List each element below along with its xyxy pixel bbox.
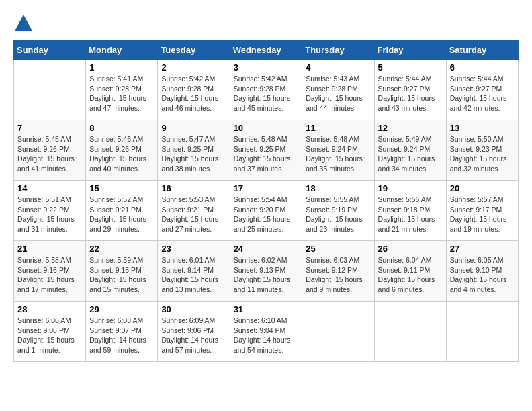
day-info: Sunrise: 6:09 AM Sunset: 9:06 PM Dayligh… — [161, 316, 226, 355]
day-number: 14 — [17, 183, 82, 193]
day-info: Sunrise: 6:04 AM Sunset: 9:11 PM Dayligh… — [378, 255, 443, 295]
day-number: 1 — [89, 62, 154, 73]
day-info: Sunrise: 5:54 AM Sunset: 9:20 PM Dayligh… — [234, 195, 299, 234]
day-info: Sunrise: 6:03 AM Sunset: 9:12 PM Dayligh… — [306, 255, 370, 295]
calendar-cell: 16Sunrise: 5:53 AM Sunset: 9:21 PM Dayli… — [158, 181, 230, 241]
day-number: 10 — [234, 123, 299, 133]
calendar-cell: 10Sunrise: 5:48 AM Sunset: 9:25 PM Dayli… — [230, 120, 302, 181]
day-number: 27 — [450, 244, 515, 254]
day-number: 20 — [450, 183, 515, 193]
header-saturday: Saturday — [446, 41, 518, 60]
day-info: Sunrise: 5:58 AM Sunset: 9:16 PM Dayligh… — [17, 255, 82, 295]
day-number: 21 — [17, 244, 82, 254]
day-number: 6 — [450, 62, 515, 73]
header-monday: Monday — [86, 41, 158, 60]
day-number: 26 — [378, 244, 443, 254]
calendar-cell: 7Sunrise: 5:45 AM Sunset: 9:26 PM Daylig… — [14, 120, 86, 181]
day-number: 15 — [89, 183, 154, 193]
header-tuesday: Tuesday — [158, 41, 230, 60]
calendar-cell: 5Sunrise: 5:44 AM Sunset: 9:27 PM Daylig… — [374, 60, 446, 120]
day-number: 5 — [378, 62, 443, 73]
header-sunday: Sunday — [14, 41, 86, 60]
day-info: Sunrise: 6:02 AM Sunset: 9:13 PM Dayligh… — [234, 255, 299, 295]
calendar-cell — [302, 302, 374, 362]
day-number: 7 — [17, 123, 82, 133]
calendar-cell: 22Sunrise: 5:59 AM Sunset: 9:15 PM Dayli… — [86, 241, 158, 302]
header-wednesday: Wednesday — [230, 41, 302, 60]
day-info: Sunrise: 5:47 AM Sunset: 9:25 PM Dayligh… — [161, 134, 226, 174]
calendar-cell: 14Sunrise: 5:51 AM Sunset: 9:22 PM Dayli… — [14, 181, 86, 241]
header-friday: Friday — [374, 41, 446, 60]
calendar-cell: 2Sunrise: 5:42 AM Sunset: 9:28 PM Daylig… — [158, 60, 230, 120]
day-info: Sunrise: 5:59 AM Sunset: 9:15 PM Dayligh… — [89, 255, 154, 295]
day-number: 17 — [234, 183, 299, 193]
day-number: 19 — [378, 183, 443, 193]
day-number: 4 — [306, 62, 370, 73]
day-info: Sunrise: 5:46 AM Sunset: 9:26 PM Dayligh… — [89, 134, 154, 174]
day-info: Sunrise: 5:52 AM Sunset: 9:21 PM Dayligh… — [89, 195, 154, 234]
day-info: Sunrise: 5:57 AM Sunset: 9:17 PM Dayligh… — [450, 195, 515, 234]
day-number: 16 — [161, 183, 226, 193]
day-info: Sunrise: 5:43 AM Sunset: 9:28 PM Dayligh… — [306, 74, 370, 113]
day-number: 11 — [306, 123, 370, 133]
day-info: Sunrise: 5:56 AM Sunset: 9:18 PM Dayligh… — [378, 195, 443, 234]
day-info: Sunrise: 6:10 AM Sunset: 9:04 PM Dayligh… — [234, 316, 299, 355]
calendar-cell — [374, 302, 446, 362]
calendar-cell: 12Sunrise: 5:49 AM Sunset: 9:24 PM Dayli… — [374, 120, 446, 181]
page-header — [13, 13, 519, 34]
calendar-cell: 30Sunrise: 6:09 AM Sunset: 9:06 PM Dayli… — [158, 302, 230, 362]
day-info: Sunrise: 5:44 AM Sunset: 9:27 PM Dayligh… — [450, 74, 515, 113]
calendar-cell: 9Sunrise: 5:47 AM Sunset: 9:25 PM Daylig… — [158, 120, 230, 181]
day-number: 13 — [450, 123, 515, 133]
day-number: 30 — [161, 304, 226, 314]
day-number: 25 — [306, 244, 370, 254]
logo — [13, 13, 36, 34]
day-info: Sunrise: 5:53 AM Sunset: 9:21 PM Dayligh… — [161, 195, 226, 234]
day-number: 23 — [161, 244, 226, 254]
day-number: 12 — [378, 123, 443, 133]
day-info: Sunrise: 5:42 AM Sunset: 9:28 PM Dayligh… — [234, 74, 299, 113]
calendar-cell: 13Sunrise: 5:50 AM Sunset: 9:23 PM Dayli… — [446, 120, 518, 181]
calendar-cell: 31Sunrise: 6:10 AM Sunset: 9:04 PM Dayli… — [230, 302, 302, 362]
day-info: Sunrise: 6:06 AM Sunset: 9:08 PM Dayligh… — [17, 316, 82, 355]
calendar-cell: 4Sunrise: 5:43 AM Sunset: 9:28 PM Daylig… — [302, 60, 374, 120]
calendar-cell: 21Sunrise: 5:58 AM Sunset: 9:16 PM Dayli… — [14, 241, 86, 302]
calendar-table: SundayMondayTuesdayWednesdayThursdayFrid… — [13, 40, 519, 362]
day-number: 2 — [161, 62, 226, 73]
calendar-cell: 27Sunrise: 6:05 AM Sunset: 9:10 PM Dayli… — [446, 241, 518, 302]
calendar-week-2: 7Sunrise: 5:45 AM Sunset: 9:26 PM Daylig… — [14, 120, 519, 181]
day-number: 28 — [17, 304, 82, 314]
header-thursday: Thursday — [302, 41, 374, 60]
calendar-cell: 28Sunrise: 6:06 AM Sunset: 9:08 PM Dayli… — [14, 302, 86, 362]
calendar-cell: 8Sunrise: 5:46 AM Sunset: 9:26 PM Daylig… — [86, 120, 158, 181]
calendar-week-1: 1Sunrise: 5:41 AM Sunset: 9:28 PM Daylig… — [14, 60, 519, 120]
day-info: Sunrise: 5:45 AM Sunset: 9:26 PM Dayligh… — [17, 134, 82, 174]
calendar-cell: 24Sunrise: 6:02 AM Sunset: 9:13 PM Dayli… — [230, 241, 302, 302]
calendar-cell: 15Sunrise: 5:52 AM Sunset: 9:21 PM Dayli… — [86, 181, 158, 241]
day-info: Sunrise: 5:50 AM Sunset: 9:23 PM Dayligh… — [450, 134, 515, 174]
day-number: 22 — [89, 244, 154, 254]
calendar-cell: 3Sunrise: 5:42 AM Sunset: 9:28 PM Daylig… — [230, 60, 302, 120]
svg-marker-0 — [15, 15, 32, 31]
calendar-cell: 25Sunrise: 6:03 AM Sunset: 9:12 PM Dayli… — [302, 241, 374, 302]
calendar-week-5: 28Sunrise: 6:06 AM Sunset: 9:08 PM Dayli… — [14, 302, 519, 362]
calendar-cell: 17Sunrise: 5:54 AM Sunset: 9:20 PM Dayli… — [230, 181, 302, 241]
logo-icon — [13, 13, 34, 34]
day-info: Sunrise: 5:41 AM Sunset: 9:28 PM Dayligh… — [89, 74, 154, 113]
day-info: Sunrise: 5:44 AM Sunset: 9:27 PM Dayligh… — [378, 74, 443, 113]
calendar-cell — [446, 302, 518, 362]
calendar-header-row: SundayMondayTuesdayWednesdayThursdayFrid… — [14, 41, 519, 60]
calendar-cell — [14, 60, 86, 120]
day-number: 29 — [89, 304, 154, 314]
day-info: Sunrise: 5:55 AM Sunset: 9:19 PM Dayligh… — [306, 195, 370, 234]
day-info: Sunrise: 5:42 AM Sunset: 9:28 PM Dayligh… — [161, 74, 226, 113]
calendar-cell: 20Sunrise: 5:57 AM Sunset: 9:17 PM Dayli… — [446, 181, 518, 241]
day-info: Sunrise: 5:48 AM Sunset: 9:25 PM Dayligh… — [234, 134, 299, 174]
day-info: Sunrise: 5:48 AM Sunset: 9:24 PM Dayligh… — [306, 134, 370, 174]
day-info: Sunrise: 6:01 AM Sunset: 9:14 PM Dayligh… — [161, 255, 226, 295]
day-number: 8 — [89, 123, 154, 133]
day-number: 24 — [234, 244, 299, 254]
calendar-cell: 23Sunrise: 6:01 AM Sunset: 9:14 PM Dayli… — [158, 241, 230, 302]
calendar-cell: 6Sunrise: 5:44 AM Sunset: 9:27 PM Daylig… — [446, 60, 518, 120]
calendar-cell: 29Sunrise: 6:08 AM Sunset: 9:07 PM Dayli… — [86, 302, 158, 362]
